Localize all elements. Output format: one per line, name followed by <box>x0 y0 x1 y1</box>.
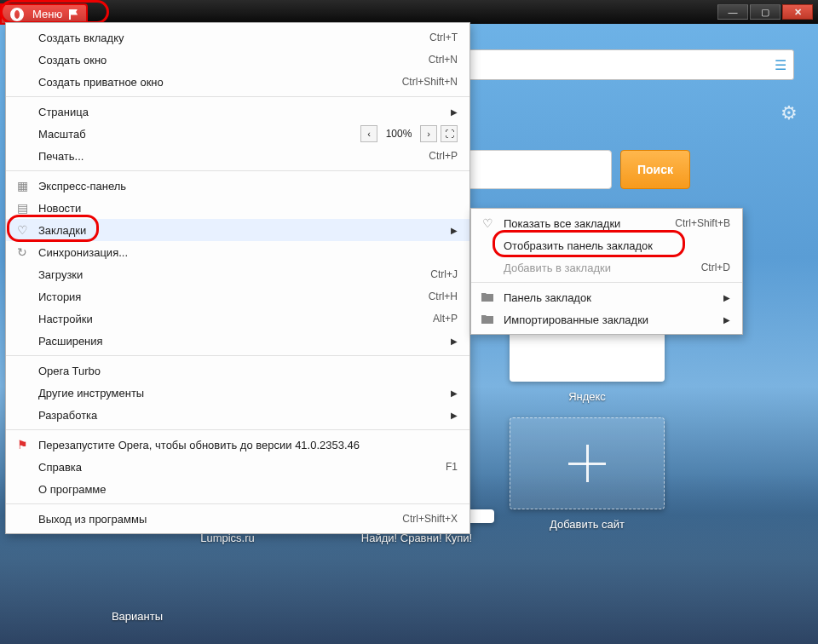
heart-icon: ♡ <box>480 216 495 230</box>
menu-item-print[interactable]: Печать...Ctrl+P <box>6 145 469 167</box>
menu-item-label: Отобразить панель закладок <box>504 239 653 252</box>
menu-item-label: Новости <box>38 202 81 215</box>
menu-item-speeddial[interactable]: ▦Экспресс-панель <box>6 175 469 197</box>
menu-item-label: Экспресс-панель <box>38 180 126 193</box>
menu-item-news[interactable]: ▤Новости <box>6 197 469 219</box>
menu-item-label: Opera Turbo <box>38 365 101 377</box>
menu-item-label: Масштаб <box>38 128 86 141</box>
window-titlebar: — ▢ ✕ <box>0 0 818 24</box>
menu-item-label: О программе <box>38 483 107 496</box>
menu-item-dev[interactable]: Разработка▶ <box>6 404 469 426</box>
tile-label: Варианты <box>60 610 215 623</box>
menu-item-sync[interactable]: ↻Синхронизация... <box>6 241 469 263</box>
menu-item-label: Панель закладок <box>504 291 591 304</box>
menu-item-label: Импортированные закладки <box>504 313 648 326</box>
menu-item-label: Закладки <box>38 224 86 237</box>
menu-item-about[interactable]: О программе <box>6 478 469 500</box>
search-button[interactable]: Поиск <box>620 150 690 189</box>
speed-dial-tile-variants[interactable]: Варианты <box>60 601 215 623</box>
plus-icon <box>586 445 589 482</box>
zoom-in-button[interactable]: › <box>420 125 437 142</box>
menu-item-add_bm[interactable]: Добавить в закладкиCtrl+D <box>471 256 742 279</box>
submenu-arrow-icon: ▶ <box>451 107 458 117</box>
menu-button-label: Меню <box>32 8 62 20</box>
menu-item-label: Создать приватное окно <box>38 76 164 89</box>
menu-item-history[interactable]: ИсторияCtrl+H <box>6 285 469 308</box>
menu-item-downloads[interactable]: ЗагрузкиCtrl+J <box>6 263 469 285</box>
menu-item-label: Справка <box>38 461 82 474</box>
menu-item-new_tab[interactable]: Создать вкладкуCtrl+T <box>6 26 469 49</box>
zoom-out-button[interactable]: ‹ <box>360 125 377 142</box>
main-menu: Создать вкладкуCtrl+TСоздать окноCtrl+NС… <box>5 22 470 534</box>
update-flag-icon <box>69 9 79 20</box>
menu-item-show_all[interactable]: ♡Показать все закладкиCtrl+Shift+B <box>471 212 742 234</box>
submenu-arrow-icon: ▶ <box>451 336 458 346</box>
menu-item-shortcut: Alt+P <box>433 313 458 325</box>
menu-item-zoom[interactable]: Масштаб‹100%›⛶ <box>6 123 469 145</box>
menu-item-label: Загрузки <box>38 268 83 281</box>
submenu-arrow-icon: ▶ <box>723 315 730 325</box>
menu-item-label: История <box>38 290 81 303</box>
menu-separator <box>6 170 469 171</box>
menu-item-shortcut: Ctrl+Shift+X <box>402 513 458 525</box>
window-maximize-button[interactable]: ▢ <box>750 4 781 20</box>
menu-item-turbo[interactable]: Opera Turbo <box>6 359 469 382</box>
news-icon: ▤ <box>14 201 30 215</box>
menu-item-bm_panel[interactable]: Панель закладок▶ <box>471 286 742 308</box>
menu-item-extensions[interactable]: Расширения▶ <box>6 330 469 352</box>
menu-item-shortcut: Ctrl+J <box>430 268 458 280</box>
fullscreen-button[interactable]: ⛶ <box>441 125 458 142</box>
grid-icon: ▦ <box>14 179 30 193</box>
window-minimize-button[interactable]: — <box>717 4 748 20</box>
submenu-arrow-icon: ▶ <box>451 411 458 420</box>
menu-item-restart[interactable]: ⚑Перезапустите Opera, чтобы обновить до … <box>6 434 469 456</box>
menu-separator <box>471 282 742 283</box>
settings-gear-icon[interactable]: ⚙ <box>781 102 798 124</box>
menu-item-label: Другие инструменты <box>38 387 144 400</box>
menu-item-label: Синхронизация... <box>38 246 128 259</box>
menu-item-imported[interactable]: Импортированные закладки▶ <box>471 308 742 331</box>
menu-separator <box>6 355 469 356</box>
menu-item-shortcut: Ctrl+P <box>429 150 458 162</box>
menu-item-show_panel[interactable]: Отобразить панель закладок <box>471 234 742 256</box>
submenu-arrow-icon: ▶ <box>451 226 458 235</box>
menu-item-exit[interactable]: Выход из программыCtrl+Shift+X <box>6 508 469 530</box>
menu-item-label: Разработка <box>38 409 97 422</box>
menu-item-bookmarks[interactable]: ♡Закладки▶ <box>6 219 469 241</box>
window-close-button[interactable]: ✕ <box>782 4 813 20</box>
menu-item-label: Добавить в закладки <box>504 262 611 274</box>
menu-item-label: Настройки <box>38 313 93 325</box>
menu-item-settings[interactable]: НастройкиAlt+P <box>6 308 469 330</box>
menu-item-shortcut: Ctrl+T <box>429 32 458 43</box>
menu-item-shortcut: Ctrl+Shift+B <box>675 217 730 229</box>
menu-item-new_private[interactable]: Создать приватное окноCtrl+Shift+N <box>6 71 469 93</box>
menu-item-label: Страница <box>38 106 89 118</box>
menu-item-shortcut: F1 <box>446 461 458 473</box>
menu-item-label: Выход из программы <box>38 513 147 526</box>
speed-dial-add-tile[interactable]: Добавить сайт <box>510 417 665 531</box>
menu-item-label: Печать... <box>38 150 84 163</box>
folder-icon <box>480 313 495 326</box>
zoom-controls: ‹100%›⛶ <box>360 125 458 142</box>
opera-logo-icon <box>10 8 24 21</box>
bookmarks-submenu: ♡Показать все закладкиCtrl+Shift+BОтобра… <box>470 208 743 335</box>
menu-item-label: Перезапустите Opera, чтобы обновить до в… <box>38 439 360 451</box>
tile-label: Добавить сайт <box>510 518 665 531</box>
sync-icon: ↻ <box>14 245 30 259</box>
extension-tray-icon[interactable]: ☰ <box>775 57 786 73</box>
heart-icon: ♡ <box>14 223 30 237</box>
menu-item-other_tools[interactable]: Другие инструменты▶ <box>6 382 469 404</box>
zoom-value: 100% <box>381 128 417 140</box>
menu-item-new_window[interactable]: Создать окноCtrl+N <box>6 49 469 71</box>
menu-item-label: Создать вкладку <box>38 32 124 44</box>
menu-separator <box>6 429 469 430</box>
menu-item-label: Создать окно <box>38 54 107 66</box>
menu-item-shortcut: Ctrl+N <box>429 54 458 66</box>
submenu-arrow-icon: ▶ <box>451 388 458 398</box>
submenu-arrow-icon: ▶ <box>723 293 730 302</box>
menu-item-shortcut: Ctrl+D <box>701 262 730 273</box>
menu-separator <box>6 96 469 97</box>
folder-icon <box>480 290 495 304</box>
menu-item-page[interactable]: Страница▶ <box>6 101 469 123</box>
menu-item-help[interactable]: СправкаF1 <box>6 456 469 478</box>
